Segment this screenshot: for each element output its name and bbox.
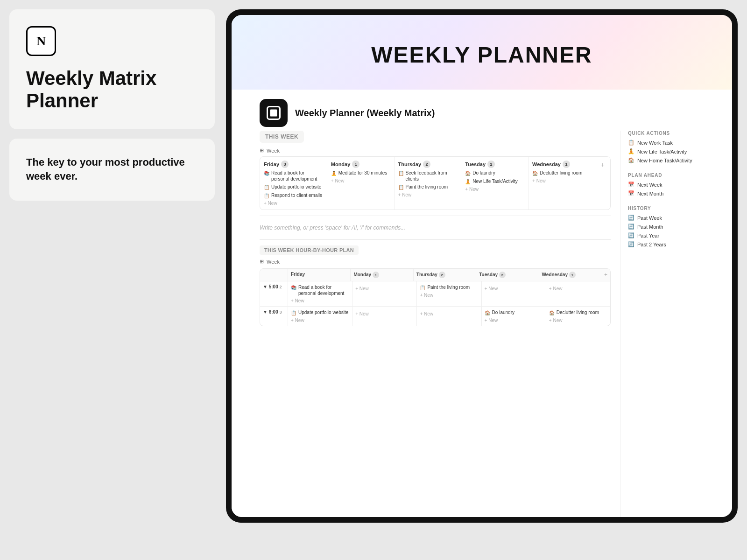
add-fri-600[interactable]: + New xyxy=(291,318,349,323)
add-tue-600[interactable]: + New xyxy=(485,318,543,323)
weekly-planner-title: WEEKLY PLANNER xyxy=(371,42,592,68)
app-icon-row: Weekly Planner (Weekly Matrix) xyxy=(260,90,704,131)
monday-add-new[interactable]: + New xyxy=(331,178,390,183)
new-work-task-btn[interactable]: 📋 New Work Task xyxy=(628,140,704,146)
tuesday-col: Tuesday 2 🏠Do laundry 🧘New Life Task/Act… xyxy=(461,157,529,210)
add-mon-600[interactable]: + New xyxy=(355,311,414,316)
task-item: 🧘New Life Task/Activity xyxy=(465,178,524,185)
history-title: HISTORY xyxy=(628,206,704,211)
tue-500: + New xyxy=(482,281,546,306)
thursday-count: 2 xyxy=(423,161,430,168)
wed-500: + New xyxy=(546,281,610,306)
fri-500: 📚Read a book for personal development + … xyxy=(288,281,352,306)
main-container: N Weekly Matrix Planner The key to your … xyxy=(9,9,738,551)
wednesday-add-new[interactable]: + New xyxy=(532,178,592,183)
next-month-btn[interactable]: 📅 Next Month xyxy=(628,190,704,196)
add-fri-500[interactable]: + New xyxy=(291,298,349,303)
tuesday-label: Tuesday xyxy=(465,161,486,167)
hour-add-col[interactable]: + xyxy=(601,269,610,281)
friday-add-new[interactable]: + New xyxy=(264,201,323,206)
past-week-btn[interactable]: 🔄 Past Week xyxy=(628,215,704,221)
hour-row-600: ▼ 6:00 3 📋Update portfolio website + New… xyxy=(260,307,610,326)
thursday-label: Thursday xyxy=(398,161,422,167)
thursday-col: Thursday 2 📋Seek feedback from clients 📋… xyxy=(395,157,462,210)
past-month-btn[interactable]: 🔄 Past Month xyxy=(628,224,704,230)
divider2 xyxy=(260,239,611,240)
past-2years-icon: 🔄 xyxy=(628,241,634,247)
add-thu-600[interactable]: + New xyxy=(420,311,478,316)
past-year-btn[interactable]: 🔄 Past Year xyxy=(628,232,704,238)
wed-600: 🏠Declutter living room + New xyxy=(546,307,610,326)
task-item: 🏠Do laundry xyxy=(465,170,524,176)
monday-header: Monday 1 xyxy=(331,161,390,170)
monday-count: 1 xyxy=(352,161,359,168)
friday-label: Friday xyxy=(264,161,279,167)
new-home-task-label: New Home Task/Activity xyxy=(637,158,692,163)
app-header: WEEKLY PLANNER xyxy=(232,15,732,90)
task-item: 🧘Meditate for 30 minutes xyxy=(331,170,390,176)
task-item: 📋Seek feedback from clients xyxy=(398,170,458,182)
life-task-icon: 🧘 xyxy=(628,148,634,154)
thu-500: 📋Paint the living room + New xyxy=(417,281,481,306)
home-task-icon: 🏠 xyxy=(628,157,634,163)
friday-col: Friday 3 📚Read a book for personal devel… xyxy=(260,157,327,210)
new-home-task-btn[interactable]: 🏠 New Home Task/Activity xyxy=(628,157,704,163)
svg-rect-1 xyxy=(270,110,277,117)
plan-ahead-title: PLAN AHEAD xyxy=(628,173,704,178)
past-month-label: Past Month xyxy=(637,224,663,230)
this-week-label: THIS WEEK xyxy=(260,131,304,143)
new-life-task-btn[interactable]: 🧘 New Life Task/Activity xyxy=(628,148,704,154)
tue-col-h: Tuesday 2 xyxy=(476,269,539,281)
add-column-btn[interactable]: + xyxy=(595,157,610,210)
hour-board-header: Friday Monday 1 Thursday 2 Tuesday 2 Wed… xyxy=(260,269,610,281)
app-icon xyxy=(260,99,288,127)
new-work-task-label: New Work Task xyxy=(637,140,673,146)
thu-600: + New xyxy=(417,307,481,326)
write-prompt[interactable]: Write something, or press 'space' for AI… xyxy=(260,222,611,234)
add-mon-500[interactable]: + New xyxy=(355,286,414,291)
next-week-icon: 📅 xyxy=(628,182,634,188)
plan-ahead-section: PLAN AHEAD 📅 Next Week 📅 Next Month xyxy=(628,173,704,196)
past-2years-btn[interactable]: 🔄 Past 2 Years xyxy=(628,241,704,247)
quick-actions-title: QUICK ACTIONS xyxy=(628,131,704,136)
thu-col-h: Thursday 2 xyxy=(414,269,476,281)
thursday-add-new[interactable]: + New xyxy=(398,192,458,197)
planner-main: THIS WEEK ⊞ Week Friday xyxy=(260,131,620,517)
week-row-label-2: ⊞ Week xyxy=(260,259,611,265)
friday-count: 3 xyxy=(281,161,289,168)
notion-logo: N xyxy=(26,26,56,56)
hour-by-hour-section: THIS WEEK HOUR-BY-HOUR PLAN ⊞ Week xyxy=(260,245,611,326)
thursday-header: Thursday 2 xyxy=(398,161,458,170)
next-week-btn[interactable]: 📅 Next Week xyxy=(628,182,704,188)
add-thu-500[interactable]: + New xyxy=(420,293,478,298)
app-icon-svg xyxy=(265,105,282,121)
monday-col: Monday 1 🧘Meditate for 30 minutes + New xyxy=(327,157,395,210)
add-tue-500[interactable]: + New xyxy=(485,286,543,291)
next-month-icon: 📅 xyxy=(628,190,634,196)
mon-500: + New xyxy=(352,281,417,306)
new-life-task-label: New Life Task/Activity xyxy=(637,149,687,154)
add-wed-500[interactable]: + New xyxy=(549,286,607,291)
tuesday-header: Tuesday 2 xyxy=(465,161,524,170)
work-task-icon: 📋 xyxy=(628,140,634,146)
past-week-label: Past Week xyxy=(637,215,662,221)
weekly-board: Friday 3 📚Read a book for personal devel… xyxy=(260,156,611,210)
wednesday-label: Wednesday xyxy=(532,161,561,167)
right-sidebar: QUICK ACTIONS 📋 New Work Task 🧘 New Life… xyxy=(620,131,704,517)
tue-600: 🏠Do laundry + New xyxy=(482,307,546,326)
tuesday-add-new[interactable]: + New xyxy=(465,187,524,192)
monday-label: Monday xyxy=(331,161,351,167)
scroll-content: THIS WEEK ⊞ Week Friday xyxy=(260,131,611,326)
task-item: 📋Paint the living room xyxy=(398,184,458,190)
subtitle-card: The key to your most productive week eve… xyxy=(9,139,215,201)
mon-col-h: Monday 1 xyxy=(351,269,413,281)
past-2years-label: Past 2 Years xyxy=(637,242,666,247)
next-week-label: Next Week xyxy=(637,182,662,188)
hour-board: Friday Monday 1 Thursday 2 Tuesday 2 Wed… xyxy=(260,268,611,326)
hour-plan-label: THIS WEEK HOUR-BY-HOUR PLAN xyxy=(260,245,359,255)
past-week-icon: 🔄 xyxy=(628,215,634,221)
tuesday-count: 2 xyxy=(487,161,495,168)
time-500: ▼ 5:00 2 xyxy=(260,281,288,306)
add-wed-600[interactable]: + New xyxy=(549,318,607,323)
next-month-label: Next Month xyxy=(637,191,663,196)
